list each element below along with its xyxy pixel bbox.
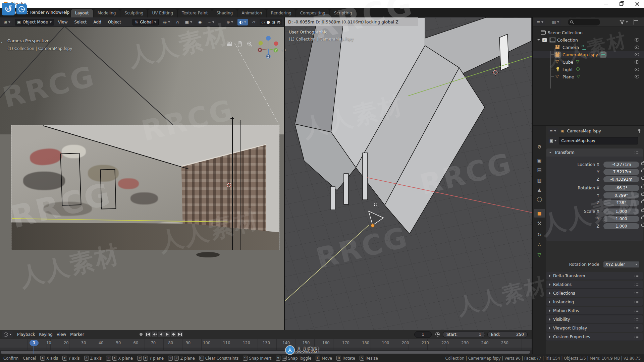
timeline-editor-type-button[interactable] bbox=[2, 331, 13, 338]
object-id-icon-button[interactable]: ▣ bbox=[548, 137, 558, 144]
next-keyframe-button[interactable] bbox=[171, 331, 176, 337]
lock-icon[interactable] bbox=[641, 200, 644, 203]
timeline-menu-item[interactable]: Playback bbox=[16, 332, 37, 337]
properties-editor-type-button[interactable]: ≡ bbox=[548, 128, 558, 134]
workspace-tab[interactable]: Modeling bbox=[94, 9, 120, 17]
transform-value-field[interactable]: 138° bbox=[603, 200, 639, 206]
workspace-tab[interactable]: Compositing bbox=[296, 9, 329, 17]
pivot-point-dropdown[interactable]: ◎ bbox=[161, 19, 171, 25]
ortho-viewport[interactable]: D: -0.6055m D: 0.5389m (0.8106m) locking… bbox=[285, 17, 532, 330]
viewport-menu-item[interactable]: View bbox=[57, 20, 69, 24]
timeline-ruler[interactable]: 1020304050607080901001101201301401501601… bbox=[0, 339, 532, 348]
transform-value-field[interactable]: 1.000 bbox=[603, 216, 639, 222]
minimize-button[interactable] bbox=[598, 0, 613, 8]
pin-icon[interactable] bbox=[638, 129, 641, 133]
workspace-tab[interactable]: Shading bbox=[212, 9, 237, 17]
transform-value-field[interactable]: -66.2° bbox=[603, 185, 639, 191]
add-workspace-button[interactable]: + bbox=[341, 9, 349, 17]
outliner-object-row[interactable]: Cube bbox=[533, 58, 644, 66]
properties-tab[interactable]: ⚙ bbox=[534, 142, 545, 151]
transform-value-field[interactable]: 0.799° bbox=[603, 192, 639, 198]
outliner-object-row[interactable]: Light bbox=[533, 66, 644, 73]
drag-grip-icon[interactable] bbox=[635, 318, 640, 321]
drag-grip-icon[interactable] bbox=[635, 327, 640, 329]
timeline-menu-item[interactable]: Marker bbox=[69, 332, 85, 337]
solid-shading-icon[interactable]: ● bbox=[266, 19, 271, 25]
jump-to-end-button[interactable] bbox=[177, 331, 183, 337]
sidebar-toggle-arrow[interactable]: › bbox=[1, 40, 2, 45]
transform-value-field[interactable]: 1.000 bbox=[603, 223, 639, 229]
properties-tab[interactable]: ■ bbox=[534, 209, 545, 218]
restore-button[interactable] bbox=[614, 0, 629, 8]
material-shading-icon[interactable]: ◑ bbox=[271, 19, 276, 25]
menu-render[interactable]: Render bbox=[30, 10, 45, 15]
prev-keyframe-button[interactable] bbox=[152, 331, 157, 337]
menu-help[interactable]: Help bbox=[60, 10, 69, 15]
drag-grip-icon[interactable] bbox=[635, 309, 640, 312]
new-collection-button[interactable] bbox=[634, 20, 634, 24]
lock-icon[interactable] bbox=[641, 186, 644, 188]
hide-eye-icon[interactable] bbox=[635, 75, 639, 78]
drag-grip-icon[interactable] bbox=[635, 336, 640, 338]
properties-tab[interactable]: ⚒ bbox=[534, 219, 545, 228]
collapsed-panel-header[interactable]: Viewport Display bbox=[546, 324, 643, 332]
end-frame-field[interactable]: End: 250 bbox=[487, 331, 528, 338]
object-name-field[interactable]: CameraMap.fspy bbox=[559, 137, 638, 144]
lock-icon[interactable] bbox=[641, 193, 644, 196]
search-input[interactable] bbox=[568, 19, 600, 25]
properties-tab[interactable]: ◯ bbox=[534, 195, 545, 203]
collapsed-panel-header[interactable]: Collections bbox=[546, 289, 643, 297]
show-overlays-dropdown[interactable]: ◐ bbox=[237, 19, 248, 25]
properties-tab[interactable]: ▣ bbox=[534, 156, 545, 165]
lock-icon[interactable] bbox=[641, 217, 644, 219]
outliner-object-row[interactable]: Camera bbox=[533, 44, 644, 51]
properties-tab[interactable]: ▲ bbox=[534, 185, 545, 194]
playhead-line[interactable] bbox=[34, 346, 34, 354]
outliner-editor-type-button[interactable]: ≡ bbox=[535, 19, 545, 25]
hide-eye-icon[interactable] bbox=[635, 38, 639, 42]
outliner-object-row[interactable]: Plane bbox=[533, 73, 644, 80]
lock-icon[interactable] bbox=[641, 170, 644, 172]
snap-settings-dropdown[interactable]: ▦ bbox=[183, 19, 194, 25]
play-reverse-button[interactable] bbox=[158, 331, 164, 337]
timeline-track[interactable] bbox=[0, 348, 532, 350]
properties-tab[interactable]: ↻ bbox=[534, 230, 545, 239]
transform-value-field[interactable]: -4.2771m bbox=[603, 162, 639, 168]
drag-grip-icon[interactable] bbox=[635, 283, 640, 286]
show-gizmo-dropdown[interactable]: ⊕ bbox=[225, 19, 235, 25]
transform-value-field[interactable]: 1.000 bbox=[603, 208, 639, 215]
transform-panel-header[interactable]: Transform bbox=[546, 148, 643, 157]
rotation-mode-dropdown[interactable]: XYZ Euler bbox=[603, 261, 639, 267]
transform-value-field[interactable]: -7.5217m bbox=[603, 169, 639, 175]
recorder-rewind-icon[interactable]: ↺ 10 bbox=[2, 3, 15, 15]
hide-eye-icon[interactable] bbox=[635, 60, 639, 64]
start-frame-field[interactable]: Start: 1 bbox=[443, 331, 485, 338]
collapsed-panel-header[interactable]: Instancing bbox=[546, 298, 643, 306]
scrollbar-thumb[interactable] bbox=[1, 351, 530, 354]
drag-grip-icon[interactable] bbox=[635, 151, 640, 154]
region-chevrons[interactable]: ‹ › bbox=[282, 48, 286, 52]
workspace-tab[interactable]: UV Editing bbox=[148, 9, 177, 17]
hide-eye-icon[interactable] bbox=[635, 46, 639, 49]
recorder-clock-icon[interactable] bbox=[16, 4, 27, 14]
jump-to-start-button[interactable] bbox=[145, 331, 151, 337]
camera-view-icon[interactable] bbox=[226, 42, 232, 47]
close-button[interactable] bbox=[630, 0, 644, 8]
drag-grip-icon[interactable] bbox=[635, 301, 640, 303]
collection-checkbox[interactable]: ✓ bbox=[542, 38, 547, 42]
auto-key-record-icon[interactable] bbox=[140, 333, 143, 336]
viewport-menu-item[interactable]: Select bbox=[73, 20, 88, 24]
lock-icon[interactable] bbox=[641, 209, 644, 212]
play-button[interactable] bbox=[164, 331, 170, 337]
navigation-axis-gizmo[interactable]: X Y Z bbox=[254, 35, 283, 64]
collapsed-panel-header[interactable]: Relations bbox=[546, 281, 643, 289]
current-frame-indicator[interactable]: 1 bbox=[30, 340, 39, 346]
filter-funnel-icon[interactable] bbox=[620, 20, 625, 24]
outliner-object-row[interactable]: CameraMap.fspy bbox=[533, 51, 644, 58]
proportional-edit-button[interactable]: ◉ bbox=[197, 19, 203, 25]
proportional-falloff-dropdown[interactable]: ~ bbox=[206, 19, 216, 25]
zoom-icon[interactable] bbox=[247, 41, 253, 47]
workspace-tab[interactable]: Sculpting bbox=[120, 9, 147, 17]
editor-type-button[interactable]: ⊞ bbox=[2, 19, 12, 25]
wireframe-shading-icon[interactable]: ◌ bbox=[261, 19, 265, 25]
